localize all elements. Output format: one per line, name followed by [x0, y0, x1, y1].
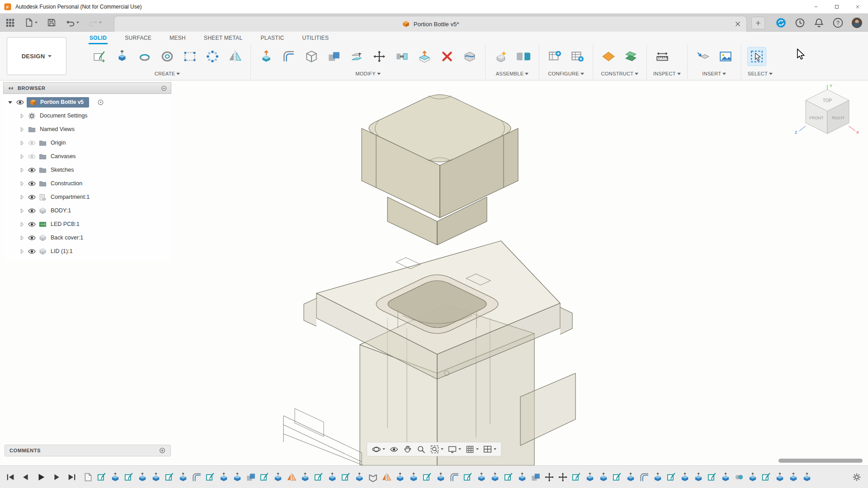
- split-body-button[interactable]: [461, 47, 479, 66]
- visibility-toggle-icon[interactable]: [28, 166, 36, 174]
- timeline-feature-extrude[interactable]: [490, 472, 500, 482]
- fillet-button[interactable]: [280, 47, 298, 66]
- timeline-feature-sketch[interactable]: [314, 472, 324, 482]
- document-tab[interactable]: Portion Bottle v5*: [114, 16, 747, 32]
- display-settings-button[interactable]: [448, 445, 461, 454]
- timeline-settings-button[interactable]: [852, 472, 862, 482]
- construct-planes-button[interactable]: [622, 47, 640, 66]
- timeline-feature-extrude[interactable]: [219, 472, 229, 482]
- activate-component-radio[interactable]: [97, 99, 104, 106]
- browser-item-back-cover-1[interactable]: Back cover:1: [3, 231, 171, 244]
- expand-arrow-icon[interactable]: [19, 113, 25, 119]
- joint-button[interactable]: [514, 47, 533, 66]
- expand-arrow-icon[interactable]: [7, 99, 14, 106]
- timeline-feature-extrude[interactable]: [748, 472, 758, 482]
- timeline-feature-extrude[interactable]: [626, 472, 636, 482]
- help-button[interactable]: ?: [832, 17, 844, 28]
- ribbon-group-inspect-dropdown[interactable]: INSPECT: [653, 69, 681, 79]
- press-pull-button[interactable]: [257, 47, 275, 66]
- extrude-button[interactable]: [113, 47, 131, 66]
- timeline-skip-start-button[interactable]: [5, 472, 15, 482]
- look-at-button[interactable]: [389, 445, 399, 454]
- construct-plane-button[interactable]: [599, 47, 618, 66]
- shell-button[interactable]: [302, 47, 321, 66]
- timeline-feature-sketch[interactable]: [504, 472, 514, 482]
- timeline-feature-extrude[interactable]: [693, 472, 703, 482]
- timeline-feature-sketch[interactable]: [205, 472, 215, 482]
- minimize-button[interactable]: [806, 0, 826, 14]
- timeline-play-button[interactable]: [36, 472, 46, 482]
- ribbon-tab-utilities[interactable]: UTILITIES: [302, 34, 330, 44]
- timeline-feature-extrude[interactable]: [273, 472, 283, 482]
- timeline-feature-shell[interactable]: [368, 472, 378, 482]
- visibility-toggle-icon[interactable]: [16, 98, 24, 107]
- ribbon-group-insert-dropdown[interactable]: INSERT: [694, 69, 735, 79]
- ribbon-tab-mesh[interactable]: MESH: [169, 34, 187, 44]
- pan-button[interactable]: [403, 445, 412, 454]
- ribbon-group-select-dropdown[interactable]: SELECT: [748, 69, 773, 79]
- timeline-feature-extrude[interactable]: [178, 472, 188, 482]
- timeline-feature-extrude[interactable]: [137, 472, 147, 482]
- expand-arrow-icon[interactable]: [19, 180, 25, 187]
- redo-button[interactable]: [87, 16, 103, 29]
- avatar-button[interactable]: [851, 17, 863, 28]
- combine-button[interactable]: [325, 47, 343, 66]
- browser-root-item[interactable]: Portion Bottle v5: [3, 95, 171, 109]
- timeline-feature-extrude[interactable]: [721, 472, 731, 482]
- timeline-feature-move[interactable]: [558, 472, 568, 482]
- ribbon-group-modify-dropdown[interactable]: MODIFY: [257, 69, 479, 79]
- new-component-button[interactable]: [492, 47, 510, 66]
- timeline-feature-extrude[interactable]: [802, 472, 812, 482]
- timeline-feature-extrude[interactable]: [585, 472, 595, 482]
- timeline-feature-sketch[interactable]: [341, 472, 351, 482]
- expand-arrow-icon[interactable]: [19, 221, 25, 228]
- view-cube-front-label[interactable]: FRONT: [810, 116, 824, 120]
- timeline-feature-extrude[interactable]: [232, 472, 242, 482]
- ribbon-group-assemble-dropdown[interactable]: ASSEMBLE: [492, 69, 533, 79]
- view-cube-right-label[interactable]: RIGHT: [832, 116, 845, 120]
- expand-arrow-icon[interactable]: [19, 207, 25, 214]
- fit-button[interactable]: [430, 445, 443, 454]
- select-cursor-button[interactable]: [748, 47, 766, 66]
- timeline-feature-extrude[interactable]: [517, 472, 527, 482]
- viewports-button[interactable]: [483, 445, 496, 454]
- timeline-feature-extrude[interactable]: [354, 472, 364, 482]
- timeline-feature-sketch[interactable]: [124, 472, 134, 482]
- timeline-feature-fillet[interactable]: [449, 472, 459, 482]
- ribbon-tab-sheet-metal[interactable]: SHEET METAL: [203, 34, 244, 44]
- expand-arrow-icon[interactable]: [19, 167, 25, 174]
- timeline-feature-fillet[interactable]: [192, 472, 202, 482]
- expand-arrow-icon[interactable]: [19, 194, 25, 201]
- measure-button[interactable]: [653, 47, 671, 66]
- offset-face-button[interactable]: [348, 47, 366, 66]
- browser-item-sketches[interactable]: Sketches: [3, 163, 171, 177]
- timeline-feature-joint[interactable]: [734, 472, 744, 482]
- configuration-table-button[interactable]: [568, 47, 586, 66]
- timeline-feature-extrude[interactable]: [300, 472, 310, 482]
- visibility-toggle-icon[interactable]: [28, 206, 36, 215]
- undo-button[interactable]: [64, 16, 80, 29]
- expand-arrow-icon[interactable]: [19, 235, 25, 241]
- notifications-button[interactable]: [813, 17, 825, 28]
- timeline-feature-sketch[interactable]: [707, 472, 717, 482]
- timeline-feature-sketch[interactable]: [666, 472, 676, 482]
- browser-root-chip[interactable]: Portion Bottle v5: [27, 97, 89, 108]
- revolve-button[interactable]: [136, 47, 154, 66]
- timeline-feature-extrude[interactable]: [788, 472, 798, 482]
- visibility-toggle-icon[interactable]: [28, 247, 36, 256]
- insert-image-button[interactable]: [717, 47, 735, 66]
- view-cube-top-label[interactable]: TOP: [823, 98, 832, 103]
- browser-item-construction[interactable]: Construction: [3, 177, 171, 190]
- timeline-feature-combine[interactable]: [531, 472, 541, 482]
- timeline-feature-sketch[interactable]: [463, 472, 473, 482]
- browser-item-body-1[interactable]: BODY:1: [3, 204, 171, 217]
- zoom-button[interactable]: [416, 445, 426, 454]
- expand-arrow-icon[interactable]: [19, 126, 25, 133]
- visibility-toggle-icon[interactable]: [28, 152, 36, 161]
- timeline-feature-sketch[interactable]: [422, 472, 432, 482]
- maximize-button[interactable]: [826, 0, 847, 14]
- collapse-panel-icon[interactable]: [7, 85, 14, 92]
- extensions-button[interactable]: [775, 17, 787, 28]
- timeline-feature-fillet[interactable]: [639, 472, 649, 482]
- browser-item-compartment-1[interactable]: Compartment:1: [3, 190, 171, 204]
